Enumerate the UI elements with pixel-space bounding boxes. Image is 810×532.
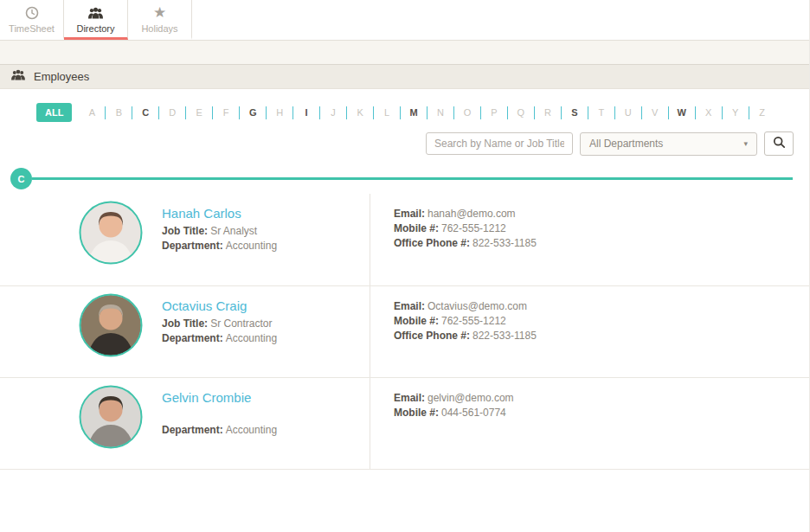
employee-row: Hanah Carlos Job Title:Sr Analyst Depart… [0,194,809,285]
mobile-value: 044-561-0774 [441,407,506,419]
letter-filter-Z[interactable]: Z [755,107,770,118]
department-label: Department: [162,240,223,252]
tab-label: Directory [76,23,114,34]
letter-filter-Y[interactable]: Y [728,107,743,118]
employee-name-link[interactable]: Hanah Carlos [162,206,277,221]
department-select-value: All Departments [589,138,663,150]
search-button[interactable] [764,131,794,156]
employee-summary: Octavius Craig Job Title:Sr Contractor D… [0,286,370,377]
email-label: Email: [394,300,425,312]
filter-all-button[interactable]: ALL [36,103,72,122]
letter-separator [480,106,481,119]
letter-filter-I[interactable]: I [299,107,314,118]
letter-separator [427,106,428,119]
directory-app: TimeSheet Directory ★ Holidays Employees… [0,0,810,532]
email-value: Octavius@demo.com [428,300,527,312]
letter-filter-U[interactable]: U [620,107,636,118]
letter-separator [158,106,159,119]
letter-filter-P[interactable]: P [486,107,502,118]
letter-filter-S[interactable]: S [567,107,582,118]
letter-separator [346,106,347,119]
job-title-line: Job Title:Sr Contractor [162,317,277,331]
letter-group-line [32,177,793,180]
email-label: Email: [394,208,425,220]
search-icon [773,136,786,151]
department-line: Department:Accounting [162,423,277,438]
letter-separator [319,106,320,119]
tab-directory[interactable]: Directory [64,0,128,40]
letter-separator [668,106,669,119]
employee-row: Octavius Craig Job Title:Sr Contractor D… [0,285,809,377]
letter-filter-J[interactable]: J [325,107,341,118]
employee-summary: Gelvin Crombie Department:Accounting [0,378,370,469]
letter-separator [534,106,535,119]
office-phone-label: Office Phone #: [394,237,470,249]
letter-separator [185,106,186,119]
employee-name-link[interactable]: Octavius Craig [162,298,277,313]
letter-filter-C[interactable]: C [138,107,153,118]
letter-separator [749,106,749,119]
letter-filter-Q[interactable]: Q [513,107,529,118]
department-select[interactable]: All Departments ▾ [580,132,757,156]
spacer-band [0,41,809,64]
email-line: Email:gelvin@demo.com [394,391,809,406]
department-value: Accounting [226,332,277,344]
letter-filter-H[interactable]: H [272,107,287,118]
department-value: Accounting [226,240,277,252]
letter-separator [132,106,132,119]
mobile-value: 762-555-1212 [441,315,506,327]
email-line: Email:Octavius@demo.com [394,299,809,314]
tab-holidays[interactable]: ★ Holidays [128,0,192,40]
letter-filter-N[interactable]: N [433,107,448,118]
department-line: Department:Accounting [162,331,277,346]
letter-separator [641,106,642,119]
job-title-label: Job Title: [162,225,208,237]
mobile-label: Mobile #: [394,407,439,419]
search-input[interactable] [426,132,573,155]
employee-summary: Hanah Carlos Job Title:Sr Analyst Depart… [0,194,370,285]
letter-filter-E[interactable]: E [191,107,207,118]
alphabet-letters: ABCDEFGHIJKLMNOPQRSTUVWXYZ [84,106,770,119]
letter-filter-M[interactable]: M [406,107,421,118]
letter-filter-T[interactable]: T [594,107,609,118]
star-icon: ★ [153,5,166,21]
mobile-line: Mobile #:044-561-0774 [394,406,809,420]
people-icon [87,5,104,21]
avatar [79,293,143,357]
mobile-label: Mobile #: [394,315,439,327]
tab-timesheet[interactable]: TimeSheet [0,0,64,40]
letter-filter-F[interactable]: F [218,107,234,118]
letter-separator [373,106,374,119]
office-phone-line [394,420,809,435]
letter-filter-R[interactable]: R [540,107,556,118]
letter-filter-O[interactable]: O [460,107,475,118]
letter-separator [292,106,293,119]
letter-filter-X[interactable]: X [701,107,717,118]
employee-name-link[interactable]: Gelvin Crombie [162,390,277,405]
letter-filter-D[interactable]: D [164,107,180,118]
letter-separator [453,106,454,119]
letter-separator [695,106,696,119]
letter-group-badge: C [10,168,32,189]
letter-filter-V[interactable]: V [647,107,663,118]
letter-filter-A[interactable]: A [84,107,100,118]
department-label: Department: [162,332,223,344]
letter-filter-K[interactable]: K [352,107,368,118]
section-title: Employees [34,70,89,83]
job-title-label: Job Title: [162,317,208,330]
letter-filter-B[interactable]: B [111,107,126,118]
office-phone-line: Office Phone #:822-533-1185 [394,329,809,343]
job-title-value: Sr Analyst [210,225,257,237]
letter-filter-W[interactable]: W [674,107,690,118]
people-group-icon [10,69,26,85]
job-title-line: Job Title:Sr Analyst [162,224,277,239]
letter-filter-G[interactable]: G [245,107,260,118]
employee-row: Gelvin Crombie Department:Accounting Ema… [0,377,809,469]
employees-section-header: Employees [0,64,809,89]
employee-contact: Email:gelvin@demo.com Mobile #:044-561-0… [370,378,809,469]
employee-contact: Email:hanah@demo.com Mobile #:762-555-12… [370,194,809,285]
tab-label: Holidays [141,23,177,34]
letter-filter-L[interactable]: L [379,107,395,118]
employee-contact: Email:Octavius@demo.com Mobile #:762-555… [370,286,809,377]
office-phone-value: 822-533-1185 [472,330,537,342]
